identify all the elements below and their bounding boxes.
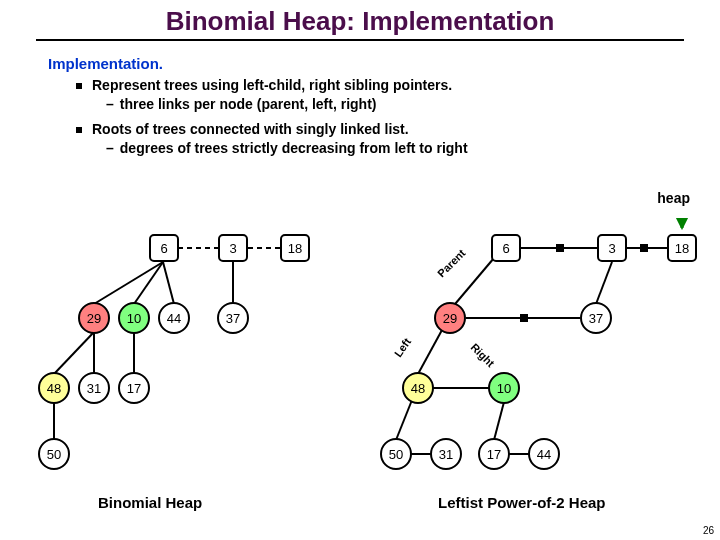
svg-line-3 <box>94 262 163 304</box>
node: 6 <box>502 241 509 256</box>
svg-line-4 <box>134 262 163 304</box>
node: 37 <box>589 311 603 326</box>
node: 48 <box>411 381 425 396</box>
bullet-icon <box>76 83 82 89</box>
bullet-1-text: Represent trees using left-child, right … <box>92 77 452 93</box>
node: 48 <box>47 381 61 396</box>
svg-line-7 <box>54 332 94 374</box>
bullet-2-text: Roots of trees connected with singly lin… <box>92 121 409 137</box>
bullet-2: Roots of trees connected with singly lin… <box>76 120 720 158</box>
node: 50 <box>389 447 403 462</box>
caption-right: Leftist Power-of-2 Heap <box>438 494 606 511</box>
node: 31 <box>439 447 453 462</box>
svg-rect-23 <box>556 244 564 252</box>
svg-rect-28 <box>520 314 528 322</box>
svg-line-32 <box>396 400 412 440</box>
label-parent: Parent <box>435 246 468 279</box>
subbullet-1: –three links per node (parent, left, rig… <box>106 95 720 114</box>
node: 44 <box>167 311 181 326</box>
svg-line-34 <box>494 402 504 440</box>
subbullet-1-text: three links per node (parent, left, righ… <box>120 96 377 112</box>
left-diagram: 6 3 18 29 10 44 37 48 31 17 50 <box>39 235 309 469</box>
node: 3 <box>229 241 236 256</box>
bullet-1: Represent trees using left-child, right … <box>76 76 720 114</box>
subbullet-2: –degrees of trees strictly decreasing fr… <box>106 139 720 158</box>
diagram-stage: 6 3 18 29 10 44 37 48 31 17 50 <box>0 218 720 514</box>
bullet-list: Represent trees using left-child, right … <box>76 76 720 158</box>
svg-line-29 <box>596 262 612 304</box>
svg-rect-25 <box>640 244 648 252</box>
bullet-icon <box>76 127 82 133</box>
node: 10 <box>497 381 511 396</box>
section-heading: Implementation. <box>48 55 720 72</box>
svg-line-5 <box>163 262 174 304</box>
label-left: Left <box>392 335 414 359</box>
heap-pointer-label: heap <box>657 190 690 206</box>
node: 29 <box>87 311 101 326</box>
title-underline <box>36 39 684 41</box>
node: 44 <box>537 447 551 462</box>
slide-title: Binomial Heap: Implementation <box>0 0 720 37</box>
label-right: Right <box>469 341 498 370</box>
node: 50 <box>47 447 61 462</box>
node: 10 <box>127 311 141 326</box>
node: 17 <box>487 447 501 462</box>
svg-line-30 <box>418 330 442 374</box>
node: 29 <box>443 311 457 326</box>
node: 17 <box>127 381 141 396</box>
node: 6 <box>160 241 167 256</box>
subbullet-2-text: degrees of trees strictly decreasing fro… <box>120 140 468 156</box>
node: 18 <box>675 241 689 256</box>
node: 37 <box>226 311 240 326</box>
node: 18 <box>288 241 302 256</box>
node: 3 <box>608 241 615 256</box>
page-number: 26 <box>703 525 714 536</box>
caption-left: Binomial Heap <box>98 494 202 511</box>
right-diagram: Parent Left Right 6 3 18 29 37 48 10 50 … <box>381 235 696 469</box>
node: 31 <box>87 381 101 396</box>
